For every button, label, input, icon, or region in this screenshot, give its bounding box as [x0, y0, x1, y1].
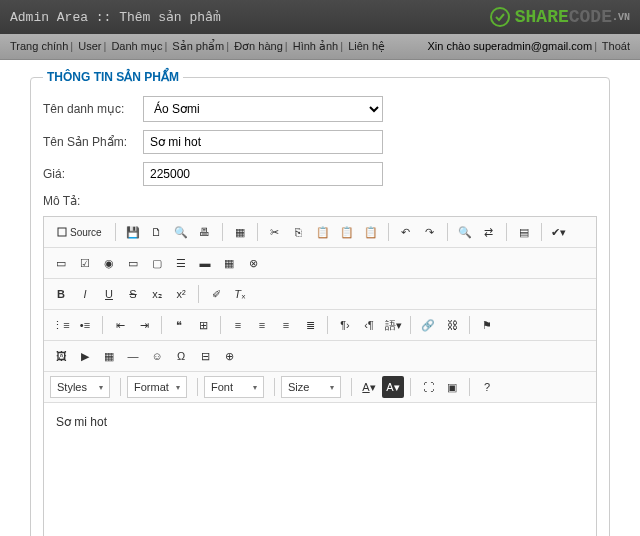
- rich-editor: Source 💾 🗋 🔍 🖶 ▦ ✂ ⎘ 📋 📋 📋 ↶ ↷ 🔍 ⇄: [43, 216, 597, 536]
- desc-label: Mô Tả:: [43, 194, 143, 208]
- nav-right: Xin chào superadmin@gmail.com| Thoát: [428, 40, 631, 53]
- nav-home[interactable]: Trang chính: [10, 40, 68, 52]
- table-icon[interactable]: ▦: [98, 345, 120, 367]
- superscript-icon[interactable]: x²: [170, 283, 192, 305]
- category-select[interactable]: Áo Sơmi: [143, 96, 383, 122]
- nav-order[interactable]: Đơn hàng: [234, 40, 283, 52]
- greeting: Xin chào superadmin@gmail.com: [428, 40, 593, 52]
- toolbar-row-3: B I U S x₂ x² ✐ Tₓ: [44, 279, 596, 310]
- subscript-icon[interactable]: x₂: [146, 283, 168, 305]
- preview-icon[interactable]: 🔍: [170, 221, 192, 243]
- newpage-icon[interactable]: 🗋: [146, 221, 168, 243]
- bullet-list-icon[interactable]: •≡: [74, 314, 96, 336]
- clearformat-icon[interactable]: Tₓ: [229, 283, 251, 305]
- category-label: Tên danh mục:: [43, 102, 143, 116]
- anchor-icon[interactable]: ⚑: [476, 314, 498, 336]
- redo-icon[interactable]: ↷: [419, 221, 441, 243]
- product-fieldset: THÔNG TIN SẢN PHẨM Tên danh mục: Áo Sơmi…: [30, 70, 610, 536]
- price-input[interactable]: [143, 162, 383, 186]
- copy-icon[interactable]: ⎘: [288, 221, 310, 243]
- nav-contact[interactable]: Liên hệ: [348, 40, 385, 52]
- name-input[interactable]: [143, 130, 383, 154]
- textarea-icon[interactable]: ▢: [146, 252, 168, 274]
- toolbar-row-6: Styles▾ Format▾ Font▾ Size▾ A▾ A▾ ⛶ ▣ ?: [44, 372, 596, 403]
- find-icon[interactable]: 🔍: [454, 221, 476, 243]
- image-icon[interactable]: 🖼: [50, 345, 72, 367]
- outdent-icon[interactable]: ⇤: [109, 314, 131, 336]
- numbered-list-icon[interactable]: ⋮≡: [50, 314, 72, 336]
- align-center-icon[interactable]: ≡: [251, 314, 273, 336]
- replace-icon[interactable]: ⇄: [478, 221, 500, 243]
- selectall-icon[interactable]: ▤: [513, 221, 535, 243]
- button-icon[interactable]: ▬: [194, 252, 216, 274]
- blockquote-icon[interactable]: ❝: [168, 314, 190, 336]
- image-button-icon[interactable]: ▦: [218, 252, 240, 274]
- language-icon[interactable]: 語▾: [382, 314, 404, 336]
- div-icon[interactable]: ⊞: [192, 314, 214, 336]
- undo-icon[interactable]: ↶: [395, 221, 417, 243]
- logout-link[interactable]: Thoát: [602, 40, 630, 52]
- logo: SHARECODE.VN: [489, 6, 630, 28]
- textcolor-icon[interactable]: A▾: [358, 376, 380, 398]
- save-icon[interactable]: 💾: [122, 221, 144, 243]
- link-icon[interactable]: 🔗: [417, 314, 439, 336]
- underline-icon[interactable]: U: [98, 283, 120, 305]
- form-icon[interactable]: ▭: [50, 252, 72, 274]
- flash-icon[interactable]: ▶: [74, 345, 96, 367]
- nav-user[interactable]: User: [78, 40, 101, 52]
- spellcheck-icon[interactable]: ✔▾: [548, 221, 570, 243]
- bold-icon[interactable]: B: [50, 283, 72, 305]
- justify-icon[interactable]: ≣: [299, 314, 321, 336]
- toolbar-row-2: ▭ ☑ ◉ ▭ ▢ ☰ ▬ ▦ ⊗: [44, 248, 596, 279]
- format-dropdown[interactable]: Format▾: [127, 376, 187, 398]
- paste-word-icon[interactable]: 📋: [360, 221, 382, 243]
- pagebreak-icon[interactable]: ⊟: [194, 345, 216, 367]
- nav-category[interactable]: Danh mục: [111, 40, 162, 52]
- indent-icon[interactable]: ⇥: [133, 314, 155, 336]
- logo-icon: [489, 6, 511, 28]
- font-dropdown[interactable]: Font▾: [204, 376, 264, 398]
- unlink-icon[interactable]: ⛓: [441, 314, 463, 336]
- svg-point-0: [491, 8, 509, 26]
- print-icon[interactable]: 🖶: [194, 221, 216, 243]
- iframe-icon[interactable]: ⊕: [218, 345, 240, 367]
- navbar: Trang chính| User| Danh mục| Sản phẩm| Đ…: [0, 34, 640, 60]
- page-title: Admin Area :: Thêm sản phẩm: [10, 9, 221, 25]
- specialchar-icon[interactable]: Ω: [170, 345, 192, 367]
- hidden-icon[interactable]: ⊗: [242, 252, 264, 274]
- radio-icon[interactable]: ◉: [98, 252, 120, 274]
- toolbar-row-1: Source 💾 🗋 🔍 🖶 ▦ ✂ ⎘ 📋 📋 📋 ↶ ↷ 🔍 ⇄: [44, 217, 596, 248]
- align-right-icon[interactable]: ≡: [275, 314, 297, 336]
- size-dropdown[interactable]: Size▾: [281, 376, 341, 398]
- nav-product[interactable]: Sản phẩm: [172, 40, 224, 52]
- paste-text-icon[interactable]: 📋: [336, 221, 358, 243]
- about-icon[interactable]: ?: [476, 376, 498, 398]
- name-label: Tên Sản Phẩm:: [43, 135, 143, 149]
- cut-icon[interactable]: ✂: [264, 221, 286, 243]
- maximize-icon[interactable]: ⛶: [417, 376, 439, 398]
- showblocks-icon[interactable]: ▣: [441, 376, 463, 398]
- svg-rect-1: [58, 228, 66, 236]
- editor-text: Sơ mi hot: [56, 415, 107, 429]
- bgcolor-icon[interactable]: A▾: [382, 376, 404, 398]
- select-icon[interactable]: ☰: [170, 252, 192, 274]
- price-label: Giá:: [43, 167, 143, 181]
- strike-icon[interactable]: S: [122, 283, 144, 305]
- checkbox-icon[interactable]: ☑: [74, 252, 96, 274]
- removeformat-icon[interactable]: ✐: [205, 283, 227, 305]
- ltr-icon[interactable]: ¶›: [334, 314, 356, 336]
- editor-content[interactable]: Sơ mi hot: [44, 403, 596, 536]
- rtl-icon[interactable]: ‹¶: [358, 314, 380, 336]
- smiley-icon[interactable]: ☺: [146, 345, 168, 367]
- toolbar-row-4: ⋮≡ •≡ ⇤ ⇥ ❝ ⊞ ≡ ≡ ≡ ≣ ¶› ‹¶ 語▾ 🔗 ⛓: [44, 310, 596, 341]
- hr-icon[interactable]: —: [122, 345, 144, 367]
- source-button[interactable]: Source: [50, 221, 109, 243]
- nav-image[interactable]: Hình ảnh: [293, 40, 339, 52]
- content: THÔNG TIN SẢN PHẨM Tên danh mục: Áo Sơmi…: [0, 60, 640, 536]
- textfield-icon[interactable]: ▭: [122, 252, 144, 274]
- styles-dropdown[interactable]: Styles▾: [50, 376, 110, 398]
- template-icon[interactable]: ▦: [229, 221, 251, 243]
- align-left-icon[interactable]: ≡: [227, 314, 249, 336]
- paste-icon[interactable]: 📋: [312, 221, 334, 243]
- italic-icon[interactable]: I: [74, 283, 96, 305]
